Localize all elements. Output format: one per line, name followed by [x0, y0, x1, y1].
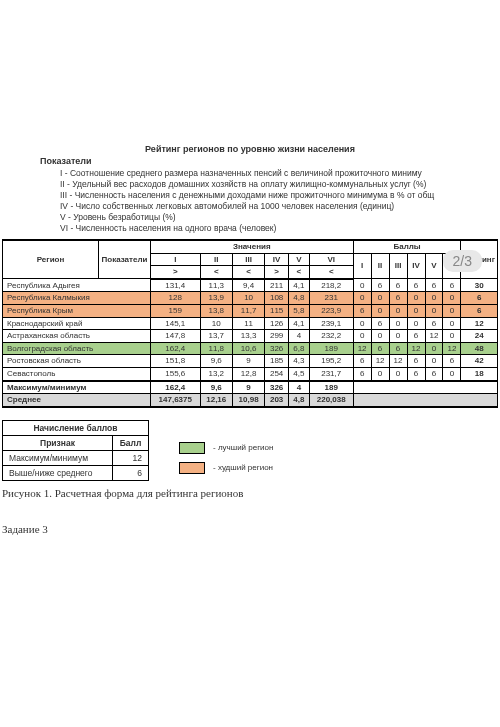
value-cell: 5,8 [288, 304, 309, 317]
value-cell: 6,8 [288, 342, 309, 355]
legend-swatch-worst [179, 462, 205, 474]
score-cell: 6 [407, 330, 425, 343]
score-cell: 0 [425, 355, 443, 368]
th-sign-6: < [309, 266, 353, 279]
score-cell: 0 [389, 317, 407, 330]
region-name: Волгоградская область [3, 342, 151, 355]
avg-5: 4,8 [288, 394, 309, 407]
th-scores: Баллы [353, 240, 461, 253]
score-cell: 0 [443, 304, 461, 317]
indicator-ii: II - Удельный вес расходов домашних хозя… [60, 179, 500, 189]
value-cell: 4,5 [288, 367, 309, 380]
legend-best: - лучший регион [213, 443, 273, 452]
value-cell: 13,8 [200, 304, 232, 317]
value-cell: 189 [309, 342, 353, 355]
score-cell: 12 [371, 355, 389, 368]
maxmin-5: 4 [288, 381, 309, 394]
maxmin-6: 189 [309, 381, 353, 394]
score-cell: 6 [407, 355, 425, 368]
score-cell: 6 [389, 292, 407, 305]
value-cell: 115 [265, 304, 289, 317]
score-cell: 6 [425, 367, 443, 380]
value-cell: 11 [232, 317, 264, 330]
value-cell: 155,6 [151, 367, 201, 380]
value-cell: 299 [265, 330, 289, 343]
th-sign-2: < [200, 266, 232, 279]
table-row: Краснодарский край145,110111264,1239,106… [3, 317, 498, 330]
score-cell: 0 [389, 330, 407, 343]
table-row: Ростовская область151,89,691854,3195,261… [3, 355, 498, 368]
th-b-I: I [353, 253, 371, 279]
table-row: Республика Адыгея131,411,39,42114,1218,2… [3, 279, 498, 292]
maxmin-2: 9,6 [200, 381, 232, 394]
value-cell: 11,3 [200, 279, 232, 292]
value-cell: 195,2 [309, 355, 353, 368]
value-cell: 10,6 [232, 342, 264, 355]
rating-cell: 18 [461, 367, 498, 380]
value-cell: 211 [265, 279, 289, 292]
th-b-IV: IV [407, 253, 425, 279]
indicators-heading: Показатели [40, 156, 500, 166]
score-cell: 6 [389, 342, 407, 355]
th-pokaz: Показатели [99, 240, 151, 279]
value-cell: 12,8 [232, 367, 264, 380]
value-cell: 151,8 [151, 355, 201, 368]
score-cell: 6 [443, 355, 461, 368]
score-cell: 6 [443, 279, 461, 292]
score-cell: 6 [389, 279, 407, 292]
score-cell: 12 [389, 355, 407, 368]
score-cell: 0 [443, 330, 461, 343]
maxmin-3: 9 [232, 381, 264, 394]
value-cell: 147,8 [151, 330, 201, 343]
th-sign-1: > [151, 266, 201, 279]
table-row: Севастополь155,613,212,82544,5231,760066… [3, 367, 498, 380]
score-cell: 6 [425, 279, 443, 292]
value-cell: 162,4 [151, 342, 201, 355]
maxmin-4: 326 [265, 381, 289, 394]
legend: - лучший регион - худший регион [179, 442, 273, 481]
indicator-i: I - Соотношение среднего размера назначе… [60, 168, 500, 178]
rating-cell: 6 [461, 304, 498, 317]
value-cell: 10 [232, 292, 264, 305]
score-r0-c1: 12 [113, 450, 149, 465]
task-heading: Задание 3 [2, 523, 500, 535]
th-v-I: I [151, 253, 201, 266]
legend-worst: - худший регион [213, 463, 273, 472]
value-cell: 13,7 [200, 330, 232, 343]
value-cell: 4,8 [288, 292, 309, 305]
score-cell: 6 [425, 317, 443, 330]
region-name: Республика Калмыкия [3, 292, 151, 305]
th-v-IV: IV [265, 253, 289, 266]
score-cell: 6 [371, 279, 389, 292]
value-cell: 326 [265, 342, 289, 355]
th-b-V: V [425, 253, 443, 279]
score-cell: 0 [407, 292, 425, 305]
value-cell: 232,2 [309, 330, 353, 343]
score-r0-c0: Максимум/минимум [3, 450, 113, 465]
th-region: Регион [3, 240, 99, 279]
th-sign-5: < [288, 266, 309, 279]
region-name: Республика Адыгея [3, 279, 151, 292]
value-cell: 159 [151, 304, 201, 317]
score-cell: 0 [371, 330, 389, 343]
score-cell: 0 [443, 317, 461, 330]
figure-caption: Рисунок 1. Расчетная форма для рейтинга … [2, 487, 500, 499]
score-cell: 6 [371, 317, 389, 330]
score-cell: 0 [425, 342, 443, 355]
main-table: Регион Показатели Значения Баллы Рейтинг… [2, 239, 498, 408]
score-cell: 12 [407, 342, 425, 355]
rating-cell: 42 [461, 355, 498, 368]
th-v-III: III [232, 253, 264, 266]
score-r1-c0: Выше/ниже среднего [3, 465, 113, 480]
score-cell: 6 [407, 279, 425, 292]
value-cell: 13,9 [200, 292, 232, 305]
value-cell: 4,1 [288, 317, 309, 330]
score-cell: 12 [353, 342, 371, 355]
score-cell: 0 [371, 304, 389, 317]
score-cell: 0 [353, 317, 371, 330]
value-cell: 11,8 [200, 342, 232, 355]
avg-6: 220,038 [309, 394, 353, 407]
rating-cell: 30 [461, 279, 498, 292]
rating-cell: 12 [461, 317, 498, 330]
score-cell: 6 [371, 342, 389, 355]
